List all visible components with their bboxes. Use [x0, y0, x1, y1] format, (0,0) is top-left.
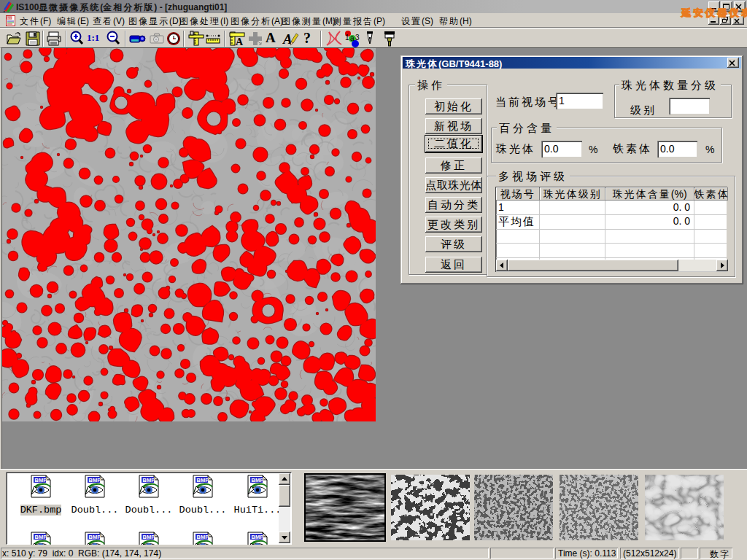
svg-text:a: a: [350, 34, 355, 42]
svg-text:1: 1: [345, 34, 349, 42]
svg-text:DOC: DOC: [7, 17, 13, 20]
svg-text:A: A: [236, 36, 244, 47]
svg-text:3: 3: [355, 34, 360, 42]
